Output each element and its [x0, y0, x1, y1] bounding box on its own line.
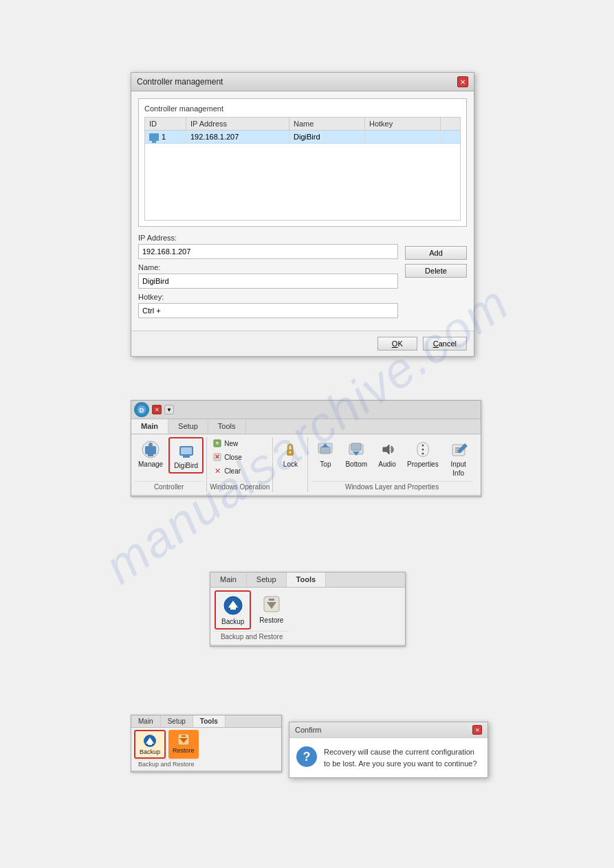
ip-input[interactable]: [138, 244, 398, 259]
small-tab-setup[interactable]: Setup: [161, 715, 193, 727]
table-header: ID IP Address Name Hotkey: [145, 118, 460, 131]
tools-ribbon-app: Main Setup Tools: [210, 572, 406, 647]
small-ribbon-panel: Main Setup Tools Back: [131, 715, 282, 772]
small-tab-tools[interactable]: Tools: [193, 715, 226, 727]
digibird-label: DigiBird: [174, 462, 198, 469]
small-restore-label: Restore: [173, 747, 195, 754]
dialog-title: Controller management: [137, 77, 223, 87]
hotkey-input[interactable]: [138, 303, 398, 318]
col-hotkey: Hotkey: [365, 118, 441, 130]
lock-label: Lock: [283, 460, 298, 468]
svg-rect-42: [182, 735, 186, 737]
svg-rect-4: [148, 454, 153, 456]
backup-label: Backup: [221, 618, 244, 625]
properties-button[interactable]: Properties: [403, 437, 443, 471]
backup-icon: [222, 594, 244, 616]
svg-point-23: [421, 449, 424, 451]
input-info-button[interactable]: Input Info: [444, 437, 473, 480]
dialog-close-button[interactable]: ✕: [457, 76, 468, 87]
new-button[interactable]: + New: [210, 437, 241, 449]
tools-tab-main[interactable]: Main: [210, 572, 247, 587]
dialog-footer: OK Cancel: [131, 331, 474, 356]
restore-button[interactable]: Restore: [254, 590, 289, 627]
windows-op-items: + New ✕ Close: [210, 437, 270, 480]
app-bar: D ✕ ▼ Main Setup Tools: [131, 400, 481, 497]
windows-op-group: + New ✕ Close: [207, 437, 273, 492]
cancel-label: Cancel: [433, 340, 457, 348]
cell-extra: [441, 131, 460, 143]
svg-point-15: [289, 452, 292, 454]
lock-icon: [281, 440, 300, 459]
add-button[interactable]: Add: [405, 246, 467, 260]
confirm-body: ? Recovery will cause the current config…: [289, 738, 487, 777]
close-button[interactable]: ✕ Close: [210, 451, 245, 463]
ribbon-body: Manage DigiBird Cont: [131, 434, 481, 496]
form-left: IP Address: Name: Hotkey:: [138, 234, 398, 318]
svg-text:✕: ✕: [215, 467, 221, 475]
manage-icon: [141, 440, 160, 459]
col-name: Name: [289, 118, 365, 130]
small-backup-button[interactable]: Backup: [134, 730, 166, 759]
app-logo: D: [134, 402, 149, 417]
backup-restore-label: Backup and Restore: [215, 631, 289, 642]
small-restore-button[interactable]: Restore: [168, 730, 199, 759]
svg-rect-8: [181, 447, 192, 454]
svg-rect-39: [148, 744, 152, 745]
small-panel-tabs: Main Setup Tools: [131, 715, 281, 728]
confirm-message: Recovery will cause the current configur…: [324, 746, 481, 769]
audio-button[interactable]: Audio: [373, 437, 402, 471]
properties-icon: [413, 440, 432, 459]
new-label: New: [224, 440, 238, 447]
top-icon: [316, 440, 335, 459]
titlebar-pin-btn[interactable]: ▼: [164, 405, 174, 414]
tab-tools[interactable]: Tools: [208, 419, 246, 434]
tab-setup[interactable]: Setup: [168, 419, 208, 434]
backup-button[interactable]: Backup: [215, 590, 251, 630]
audio-icon: [377, 440, 397, 459]
top-button[interactable]: Top: [311, 437, 340, 471]
table-body[interactable]: 1 192.168.1.207 DigiBird: [145, 131, 460, 220]
controller-group-items: Manage DigiBird: [134, 437, 204, 480]
controller-table: ID IP Address Name Hotkey 1 192.168.1.2: [144, 117, 461, 221]
backup-restore-group: Backup Restore Backu: [210, 590, 293, 642]
ok-button[interactable]: OK: [377, 337, 417, 350]
controller-inner-group: Controller management ID IP Address Name…: [138, 98, 467, 227]
manage-button[interactable]: Manage: [134, 437, 167, 471]
windows-layer-group-label: Windows Layer and Properties: [311, 481, 472, 492]
restore-icon: [261, 593, 283, 615]
clear-label: Clear: [224, 467, 241, 475]
tab-main[interactable]: Main: [131, 419, 168, 434]
hotkey-label: Hotkey:: [138, 293, 398, 301]
bottom-button[interactable]: Bottom: [341, 437, 371, 471]
svg-rect-3: [145, 446, 156, 454]
ip-label: IP Address:: [138, 234, 398, 242]
svg-rect-7: [183, 456, 190, 458]
titlebar-close-btn[interactable]: ✕: [152, 405, 162, 414]
svg-point-24: [421, 445, 424, 447]
small-tab-main[interactable]: Main: [131, 715, 161, 727]
tools-app-bar: Main Setup Tools: [210, 572, 406, 647]
svg-rect-33: [230, 608, 236, 610]
input-info-icon: [449, 440, 468, 459]
monitor-icon: [149, 133, 159, 141]
table-row[interactable]: 1 192.168.1.207 DigiBird: [145, 131, 460, 144]
cell-hotkey: [365, 131, 441, 143]
svg-point-25: [421, 453, 424, 455]
form-section: IP Address: Name: Hotkey: Add Delete: [138, 234, 467, 318]
delete-button[interactable]: Delete: [405, 264, 467, 278]
new-icon: +: [212, 438, 222, 448]
confirm-icon: ?: [296, 746, 317, 767]
cancel-button[interactable]: Cancel: [423, 337, 467, 350]
lock-button[interactable]: Lock: [276, 437, 305, 471]
clear-button[interactable]: ✕ Clear: [210, 465, 243, 477]
digibird-button[interactable]: DigiBird: [168, 437, 204, 474]
svg-marker-22: [383, 445, 389, 454]
tools-tab-tools[interactable]: Tools: [287, 572, 327, 587]
col-extra: [441, 118, 460, 130]
windows-layer-items: Top Bottom: [311, 437, 472, 480]
name-input[interactable]: [138, 274, 398, 289]
tools-tab-setup[interactable]: Setup: [247, 572, 287, 587]
restore-label: Restore: [259, 616, 283, 624]
confirm-close-button[interactable]: ✕: [472, 725, 482, 735]
small-backup-label: Backup: [140, 748, 160, 755]
